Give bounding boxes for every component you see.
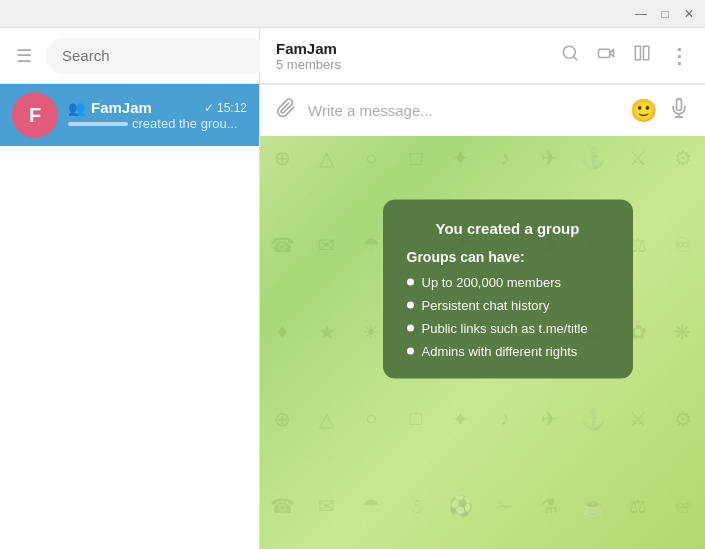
chat-info: 👥 FamJam ✓ 15:12 created the grou... (68, 99, 247, 131)
chat-header-info: FamJam 5 members (276, 40, 561, 72)
chat-area: FamJam 5 members ⋮ ♦★☀♠❤♣⚡☁✿❋⊕△○□✦♪✈⚓⚔⚙☎… (260, 28, 705, 549)
chat-list: F 👥 FamJam ✓ 15:12 creat (0, 84, 259, 549)
list-item: Persistent chat history (407, 297, 609, 312)
doodle-cell: ★ (305, 288, 350, 375)
chat-preview-row: created the grou... (68, 116, 247, 131)
svg-line-1 (573, 56, 576, 59)
chat-name-row: 👥 FamJam ✓ 15:12 (68, 99, 247, 116)
info-card: You created a group Groups can have: Up … (383, 199, 633, 378)
minimize-button[interactable]: — (633, 6, 649, 22)
chat-name: 👥 FamJam (68, 99, 152, 116)
video-header-icon[interactable] (597, 44, 615, 67)
list-item: Admins with different rights (407, 343, 609, 358)
doodle-cell: ♾ (661, 202, 706, 289)
info-card-title: You created a group (407, 219, 609, 236)
svg-rect-3 (635, 46, 640, 60)
doodle-cell: ⚓ (572, 375, 617, 462)
attachment-icon[interactable] (276, 98, 296, 123)
doodle-cell: ○ (349, 375, 394, 462)
list-item: Public links such as t.me/title (407, 320, 609, 335)
search-input[interactable] (46, 38, 268, 74)
doodle-cell: ⚗ (527, 462, 572, 549)
doodle-cell: ⊕ (260, 375, 305, 462)
bullet-icon (407, 278, 414, 285)
doodle-cell: ⚖ (616, 462, 661, 549)
info-card-list: Up to 200,000 membersPersistent chat his… (407, 274, 609, 358)
sidebar: ☰ F 👥 FamJam ✓ 15:12 (0, 28, 260, 549)
preview-bar (68, 122, 128, 126)
chat-preview: created the grou... (132, 116, 238, 131)
maximize-button[interactable]: □ (657, 6, 673, 22)
doodle-cell: ☕ (572, 462, 617, 549)
info-card-subtitle: Groups can have: (407, 248, 609, 264)
bullet-icon (407, 347, 414, 354)
group-icon: 👥 (68, 100, 85, 116)
microphone-icon[interactable] (669, 98, 689, 123)
doodle-cell: △ (305, 375, 350, 462)
doodle-cell: ✉ (305, 202, 350, 289)
bullet-icon (407, 301, 414, 308)
search-header-icon[interactable] (561, 44, 579, 67)
menu-icon[interactable]: ☰ (12, 41, 36, 71)
app-body: ☰ F 👥 FamJam ✓ 15:12 (0, 28, 705, 549)
list-item: Up to 200,000 members (407, 274, 609, 289)
doodle-cell: ❋ (661, 288, 706, 375)
checkmark-icon: ✓ (204, 101, 214, 115)
message-input-bar: 🙂 (260, 84, 705, 136)
doodle-cell: □ (394, 375, 439, 462)
doodle-cell: ♾ (661, 462, 706, 549)
svg-rect-2 (599, 49, 610, 57)
doodle-cell: ✁ (483, 462, 528, 549)
chat-header: FamJam 5 members ⋮ (260, 28, 705, 84)
doodle-cell: ✦ (438, 375, 483, 462)
doodle-cell: ♪ (483, 375, 528, 462)
doodle-cell: ♦ (260, 288, 305, 375)
close-button[interactable]: ✕ (681, 6, 697, 22)
chat-header-members: 5 members (276, 57, 561, 72)
doodle-cell: ☎ (260, 202, 305, 289)
doodle-cell: ✈ (527, 375, 572, 462)
doodle-cell: ☃ (394, 462, 439, 549)
svg-rect-4 (644, 46, 649, 60)
chat-header-name: FamJam (276, 40, 561, 57)
doodle-cell: ☂ (349, 462, 394, 549)
doodle-cell: ⚔ (616, 375, 661, 462)
doodle-cell: ☎ (260, 462, 305, 549)
more-header-icon[interactable]: ⋮ (669, 46, 689, 66)
doodle-cell: ✉ (305, 462, 350, 549)
titlebar: — □ ✕ (0, 0, 705, 28)
avatar: F (12, 92, 58, 138)
emoji-icon[interactable]: 🙂 (630, 98, 657, 124)
message-input[interactable] (308, 102, 618, 119)
bullet-icon (407, 324, 414, 331)
doodle-cell: ⚽ (438, 462, 483, 549)
chat-item-famjam[interactable]: F 👥 FamJam ✓ 15:12 creat (0, 84, 259, 146)
sidebar-header: ☰ (0, 28, 259, 84)
doodle-cell: ⚙ (661, 375, 706, 462)
chat-time: ✓ 15:12 (204, 101, 247, 115)
columns-header-icon[interactable] (633, 44, 651, 67)
chat-header-icons: ⋮ (561, 44, 689, 67)
